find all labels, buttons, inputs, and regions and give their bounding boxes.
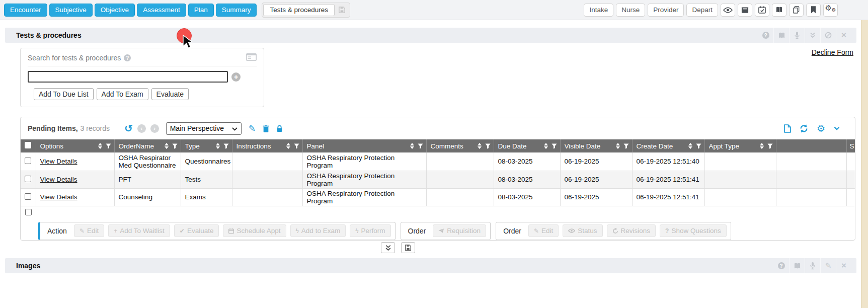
table-row[interactable]: View Details Counseling Exams OSHA Respi…: [21, 188, 855, 206]
column-header[interactable]: Appt Type: [709, 142, 760, 150]
add-to-due-list-button[interactable]: Add To Due List: [34, 88, 94, 100]
tab-summary[interactable]: Summary: [216, 4, 257, 17]
column-header[interactable]: Type: [185, 142, 216, 150]
filter-funnel-icon[interactable]: [418, 143, 423, 149]
sort-icon[interactable]: [688, 143, 692, 149]
requisition-button[interactable]: Requisition: [433, 224, 486, 237]
gears-icon[interactable]: ⚙⚙: [823, 4, 838, 17]
sort-icon[interactable]: [410, 143, 414, 149]
edit-pencil-icon[interactable]: ✎: [249, 123, 256, 134]
search-input[interactable]: [28, 71, 228, 83]
sort-icon[interactable]: [616, 143, 620, 149]
sort-icon[interactable]: [165, 143, 169, 149]
table-row[interactable]: View Details PFT Tests OSHA Respiratory …: [21, 171, 855, 188]
help-icon[interactable]: ?: [758, 28, 773, 43]
copy-icon[interactable]: [789, 4, 804, 17]
column-header[interactable]: Create Date: [637, 142, 688, 150]
tab-objective[interactable]: Objective: [95, 4, 135, 17]
sort-icon[interactable]: [760, 143, 764, 149]
help-icon[interactable]: ?: [773, 258, 789, 273]
plus-icon[interactable]: +: [231, 72, 241, 82]
next-icon[interactable]: ›: [150, 124, 159, 133]
status-button[interactable]: Status: [563, 224, 602, 237]
column-header[interactable]: Panel: [307, 142, 410, 150]
help-icon[interactable]: ?: [124, 54, 131, 61]
delete-trash-icon[interactable]: [263, 125, 269, 132]
collapse-icon[interactable]: [805, 28, 820, 43]
add-to-waitlist-button[interactable]: +Add To Waitlist: [108, 224, 170, 237]
collapse-chevron-icon[interactable]: [834, 125, 840, 131]
filter-funnel-icon[interactable]: [106, 143, 111, 149]
intake-button[interactable]: Intake: [584, 4, 613, 17]
prev-icon[interactable]: ‹: [137, 124, 146, 133]
calendar-check-icon[interactable]: [755, 4, 769, 17]
disable-icon[interactable]: [820, 28, 836, 43]
sort-icon[interactable]: [544, 143, 548, 149]
microphone-icon[interactable]: [789, 28, 805, 43]
tab-assessment[interactable]: Assessment: [137, 4, 186, 17]
close-icon[interactable]: ×: [836, 28, 851, 43]
filter-funnel-icon[interactable]: [223, 143, 229, 149]
perspective-select[interactable]: Main Perspective: [166, 122, 242, 135]
sort-icon[interactable]: [286, 143, 290, 149]
list-view-icon[interactable]: [246, 53, 257, 62]
evaluate-button[interactable]: Evaluate: [151, 88, 189, 100]
edit-button[interactable]: ✎Edit: [74, 224, 104, 237]
save-icon[interactable]: [335, 6, 349, 14]
decline-form-link[interactable]: Decline Form: [812, 48, 853, 56]
sort-icon[interactable]: [478, 143, 482, 149]
book-icon[interactable]: [789, 258, 805, 273]
view-details-link[interactable]: View Details: [40, 176, 77, 183]
save-icon[interactable]: [401, 242, 415, 253]
perform-button[interactable]: ϟPerform: [350, 224, 390, 237]
filter-funnel-icon[interactable]: [551, 143, 557, 149]
tab-plan[interactable]: Plan: [188, 4, 214, 17]
lock-icon[interactable]: [276, 125, 283, 132]
filter-funnel-icon[interactable]: [623, 143, 629, 149]
filter-funnel-icon[interactable]: [172, 143, 178, 149]
filter-funnel-icon[interactable]: [767, 143, 773, 149]
column-header[interactable]: OrderName: [119, 142, 165, 150]
table-row[interactable]: View Details OSHA Respirator Med Questio…: [21, 152, 855, 171]
add-to-exam-button[interactable]: ϟAdd to Exam: [290, 224, 346, 237]
eye-icon[interactable]: [721, 4, 735, 17]
tab-subjective[interactable]: Subjective: [49, 4, 93, 17]
sort-icon[interactable]: [98, 143, 102, 149]
microphone-icon[interactable]: [805, 258, 820, 273]
bookmark-icon[interactable]: [806, 4, 821, 17]
filter-funnel-icon[interactable]: [485, 143, 491, 149]
tab-encounter[interactable]: Encounter: [4, 4, 47, 17]
sort-icon[interactable]: [216, 143, 220, 149]
row-checkbox[interactable]: [25, 193, 31, 200]
filter-funnel-icon[interactable]: [696, 143, 701, 149]
book-icon[interactable]: [773, 28, 789, 43]
column-header[interactable]: Due Date: [498, 142, 544, 150]
view-details-link[interactable]: View Details: [40, 193, 77, 201]
provider-button[interactable]: Provider: [648, 4, 684, 17]
column-header[interactable]: Options: [40, 142, 98, 150]
depart-button[interactable]: Depart: [686, 4, 718, 17]
undo-icon[interactable]: ↺: [124, 123, 133, 133]
row-checkbox[interactable]: [25, 176, 31, 182]
tab-tests-procedures[interactable]: Tests & procedures: [263, 4, 335, 16]
book-icon[interactable]: [772, 4, 786, 17]
close-icon[interactable]: ×: [836, 258, 851, 273]
show-questions-button[interactable]: ?Show Questions: [660, 224, 727, 237]
schedule-appt-button[interactable]: Schedule Appt: [223, 224, 286, 237]
inbox-icon[interactable]: [738, 4, 752, 17]
settings-gear-icon[interactable]: ⚙: [817, 123, 825, 134]
nurse-button[interactable]: Nurse: [616, 4, 645, 17]
column-header[interactable]: Visible Date: [565, 142, 616, 150]
refresh-icon[interactable]: [800, 124, 808, 133]
row-checkbox[interactable]: [25, 158, 31, 164]
row-checkbox[interactable]: [25, 209, 32, 215]
collapse-double-chevron-icon[interactable]: [381, 242, 395, 253]
filter-funnel-icon[interactable]: [294, 143, 299, 149]
evaluate-button[interactable]: ✔Evaluate: [174, 224, 219, 237]
column-header[interactable]: Instructions: [236, 142, 286, 150]
edit-pencil-icon[interactable]: ✎: [820, 258, 836, 273]
view-details-link[interactable]: View Details: [40, 158, 77, 165]
edit-button[interactable]: ✎Edit: [528, 224, 559, 237]
new-document-icon[interactable]: [784, 124, 791, 133]
column-header[interactable]: Comments: [431, 142, 478, 150]
